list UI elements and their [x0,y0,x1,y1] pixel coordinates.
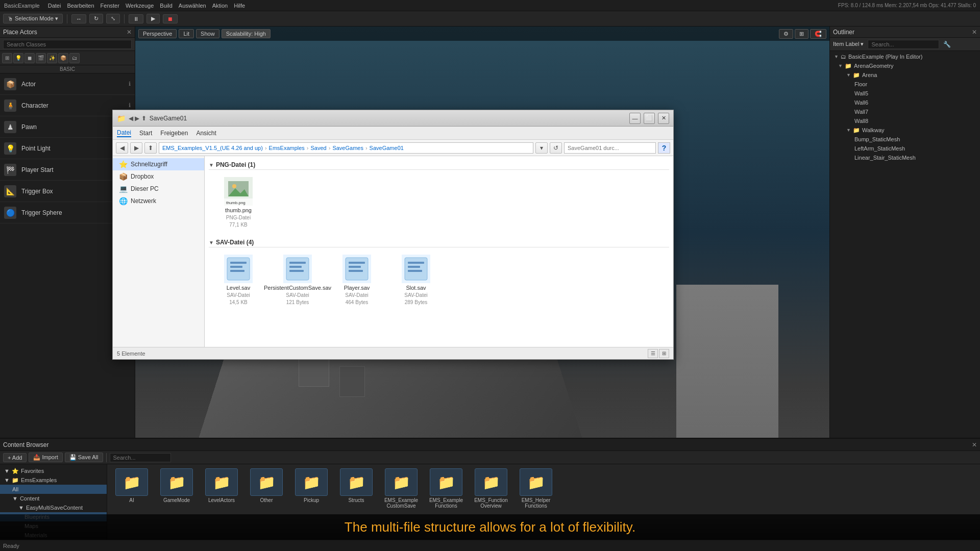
volumes-filter-btn[interactable]: 📦 [58,53,68,63]
cb-folder-ems-function-overview[interactable]: 📁 EMS_Function Overview [471,468,511,509]
cb-folder-gamemode[interactable]: 📁 GameMode [156,468,197,503]
menu-build[interactable]: Build [160,3,172,9]
fd-close-btn[interactable]: ✕ [658,113,669,124]
scalability-btn[interactable]: Scalability: High [222,29,271,38]
fd-minimize-btn[interactable]: — [629,113,641,124]
cb-folder-ems-helper[interactable]: 📁 EMS_Helper Functions [516,468,556,509]
fd-breadcrumb-savegame01[interactable]: SaveGame01 [370,145,404,151]
tree-item-linear-stair[interactable]: Linear_Stair_StaticMesh [830,153,980,162]
tree-item-arena-geometry[interactable]: ▼ 📁 ArenaGeometry [830,61,980,70]
menu-hilfe[interactable]: Hilfe [234,3,245,9]
fd-file-slot[interactable]: Slot.sav SAV-Datei 289 Bytes [390,253,442,307]
vfx-filter-btn[interactable]: ✨ [47,53,57,63]
fd-menu-datei[interactable]: Datei [117,129,131,137]
fd-breadcrumb-examples[interactable]: EmsExamples [269,145,305,151]
viewport-snap-btn[interactable]: 🧲 [810,29,826,39]
fd-sidebar-dropbox[interactable]: 📦 Dropbox [113,170,204,183]
fd-breadcrumb-savegames[interactable]: SaveGames [332,145,363,151]
menu-werkzeuge[interactable]: Werkzeuge [126,3,154,9]
actor-item-actor[interactable]: 📦 Actor ℹ [0,73,135,95]
cb-folder-pickup[interactable]: 📁 Pickup [291,468,332,503]
perspective-btn[interactable]: Perspective [138,29,177,38]
menu-datei[interactable]: Datei [48,3,61,9]
translate-tool[interactable]: ↔ [71,14,86,23]
shapes-filter-btn[interactable]: ◼ [24,53,35,63]
tree-item-basic-example[interactable]: ▼ 🗂 BasicExample (Play In Editor) [830,52,980,61]
all-filter-btn[interactable]: 🗂 [69,53,80,63]
fd-refresh-btn[interactable]: ↺ [550,142,562,154]
fd-sidebar-netzwerk[interactable]: 🌐 Netzwerk [113,195,204,207]
outliner-close[interactable]: ✕ [972,29,977,36]
menu-aktion[interactable]: Aktion [212,3,228,9]
actor-actor-info[interactable]: ℹ [129,81,131,87]
cb-folder-levelactors[interactable]: 📁 LevelActors [201,468,242,503]
fd-up-btn[interactable]: ⬆ [144,142,157,154]
outliner-filter-icon[interactable]: 🔧 [943,41,951,48]
cb-folder-other[interactable]: 📁 Other [246,468,287,503]
pause-btn[interactable]: ⏸ [129,14,143,23]
tree-item-wall6[interactable]: Wall6 [830,98,980,107]
cb-search-input[interactable] [110,453,171,462]
tree-item-floor[interactable]: Floor [830,80,980,89]
rotate-tool[interactable]: ↻ [89,14,103,23]
play-btn[interactable]: ▶ [146,14,160,23]
viewport-grid-btn[interactable]: ⊞ [795,29,808,39]
fd-sidebar-dieser-pc[interactable]: 💻 Dieser PC [113,183,204,195]
fd-help-btn[interactable]: ? [658,142,670,154]
fd-menu-start[interactable]: Start [139,130,152,137]
tree-item-arena[interactable]: ▼ 📁 Arena [830,70,980,80]
fd-maximize-btn[interactable]: ⬜ [644,113,655,124]
fd-file-player[interactable]: Player.sav SAV-Datei 464 Bytes [331,253,382,307]
fd-grid-view-btn[interactable]: ⊞ [659,349,669,358]
cb-close[interactable]: ✕ [972,441,977,448]
fd-forward-btn[interactable]: ▶ [130,142,142,154]
cb-tree-favorites[interactable]: ▼ ⭐ Favorites [0,466,107,475]
tree-item-wall8[interactable]: Wall8 [830,116,980,126]
fd-list-view-btn[interactable]: ☰ [648,349,658,358]
place-actors-close[interactable]: ✕ [127,29,132,36]
tree-item-leftarm[interactable]: LeftArm_StaticMesh [830,144,980,153]
fd-sidebar-schnellzugriff[interactable]: ⭐ Schnellzugriff [113,158,204,170]
actor-character-info[interactable]: ℹ [129,102,131,109]
viewport-settings-btn[interactable]: ⚙ [779,29,793,39]
fd-back-btn[interactable]: ◀ [116,142,128,154]
fd-breadcrumb-saved[interactable]: Saved [311,145,327,151]
tree-item-walkway[interactable]: ▼ 📁 Walkway [830,126,980,135]
scale-tool[interactable]: ⤡ [106,14,120,23]
cb-add-btn[interactable]: + Add [3,453,27,462]
cinematic-filter-btn[interactable]: 🎬 [36,53,46,63]
fd-file-thumb[interactable]: thumb.png thumb.png PNG-Datei 77,1 KB [213,175,264,230]
cb-tree-easy-multi[interactable]: ▼ EasyMultiSaveContent [0,503,107,512]
lights-filter-btn[interactable]: 💡 [13,53,23,63]
menu-bearbeiten[interactable]: Bearbeiten [67,3,94,9]
cb-folder-ems-functions[interactable]: 📁 EMS_Example Functions [426,468,467,509]
outliner-search-input[interactable] [868,40,939,49]
fd-menu-freigeben[interactable]: Freigeben [160,130,188,137]
cb-save-all-btn[interactable]: 💾 Save All [65,453,103,462]
fd-png-section-header[interactable]: ▼ PNG-Datei (1) [209,160,669,170]
cb-folder-ems-custom-save[interactable]: 📁 EMS_Example CustomSave [381,468,422,509]
fd-sav-section-header[interactable]: ▼ SAV-Datei (4) [209,238,669,247]
menu-auswaehlen[interactable]: Auswählen [179,3,206,9]
basic-filter-btn[interactable]: ⊞ [2,53,12,63]
menu-fenster[interactable]: Fenster [101,3,119,9]
tree-item-wall7[interactable]: Wall7 [830,107,980,116]
cb-tree-ems-examples[interactable]: ▼ 📁 EmsExamples [0,475,107,485]
tree-item-wall5[interactable]: Wall5 [830,89,980,98]
cb-tree-all[interactable]: All [0,485,107,494]
lit-btn[interactable]: Lit [179,29,194,38]
cb-tree-content[interactable]: ▼ Content [0,494,107,503]
item-label-dropdown[interactable]: Item Label ▾ [833,41,864,47]
cb-import-btn[interactable]: 📥 Import [29,453,62,462]
fd-file-persistent[interactable]: PersistentCustomSave.sav SAV-Datei 121 B… [272,253,323,307]
fd-dropdown-btn[interactable]: ▾ [535,142,548,154]
actor-search-input[interactable] [3,40,132,49]
tree-item-bump[interactable]: Bump_StaticMesh [830,135,980,144]
fd-breadcrumb-ems[interactable]: EMS_Examples_V1.5_(UE 4.26 and up) [162,145,263,151]
fd-menu-ansicht[interactable]: Ansicht [196,130,216,137]
show-btn[interactable]: Show [196,29,219,38]
selection-mode-dropdown[interactable]: 🖱 Selection Mode ▾ [3,14,63,23]
cb-folder-ai[interactable]: 📁 AI [111,468,152,503]
fd-search-input[interactable] [564,142,656,154]
cb-folder-structs[interactable]: 📁 Structs [336,468,377,503]
